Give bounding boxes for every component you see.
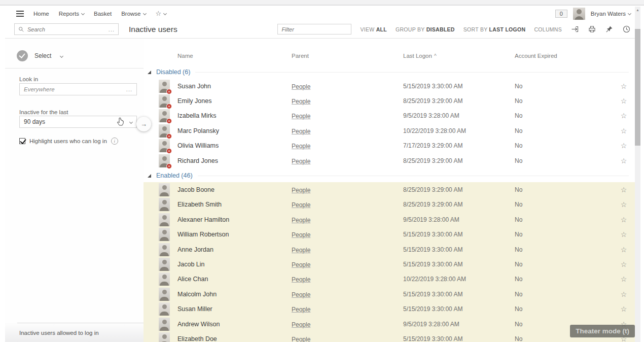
scrollbar-thumb[interactable] xyxy=(635,29,640,146)
favorite-star-icon[interactable]: ☆ xyxy=(619,157,629,165)
hamburger-menu-icon[interactable] xyxy=(16,11,24,12)
table-row[interactable]: Alice ChanPeople10/22/2019 3:28:00 AMNo☆ xyxy=(144,272,635,287)
table-row[interactable]: Anne JordanPeople5/15/2019 3:30:00 AMNo☆ xyxy=(144,242,635,257)
search-more-button[interactable]: ... xyxy=(109,26,115,32)
favorite-star-icon[interactable]: ☆ xyxy=(619,260,629,268)
table-row[interactable]: Malcolm JohnPeople5/15/2019 3:30:00 AMNo… xyxy=(144,287,635,301)
collapse-triangle-icon xyxy=(148,174,151,178)
table-row[interactable]: Alexaner HamiltonPeople9/5/2019 3:28:00 … xyxy=(144,212,635,227)
select-check-icon xyxy=(17,50,28,61)
parent-link[interactable]: People xyxy=(292,247,310,254)
table-row[interactable]: ×Izabella MirksPeople9/5/2019 3:28:00 AM… xyxy=(144,109,635,123)
favorite-star-icon[interactable]: ☆ xyxy=(619,230,629,238)
nav-item-basket[interactable]: Basket xyxy=(94,11,112,17)
export-icon[interactable] xyxy=(570,25,579,33)
highlight-users-label: Highlight users who can log in xyxy=(29,138,107,144)
table-row[interactable]: Elizabeth DoePeople5/15/2019 3:30:00 AMN… xyxy=(144,331,635,342)
favorite-star-icon[interactable]: ☆ xyxy=(619,275,629,283)
view-command[interactable]: VIEW ALL xyxy=(360,26,387,32)
favorite-star-icon[interactable]: ☆ xyxy=(619,186,629,194)
column-header-parent[interactable]: Parent xyxy=(292,53,403,59)
column-header-account-expired[interactable]: Account Expired xyxy=(515,53,611,59)
parent-link[interactable]: People xyxy=(292,231,310,238)
table-row[interactable]: Susan MillerPeople5/15/2019 3:30:00 AMNo… xyxy=(144,301,635,316)
favorite-star-icon[interactable]: ☆ xyxy=(619,200,629,209)
parent-link[interactable]: People xyxy=(292,98,310,105)
select-dropdown[interactable]: Select xyxy=(17,50,63,61)
parent-link[interactable]: People xyxy=(292,306,310,313)
scroll-up-arrow-icon[interactable]: ▲ xyxy=(635,8,640,12)
pin-icon[interactable] xyxy=(605,25,614,33)
basket-count-badge[interactable]: 0 xyxy=(555,10,567,18)
parent-link[interactable]: People xyxy=(292,261,310,268)
table-row[interactable]: ×Olivia WilliamsPeople7/17/2019 3:29:00 … xyxy=(144,139,635,153)
parent-link[interactable]: People xyxy=(292,158,310,165)
table-row[interactable]: Jacob BoonePeople8/25/2019 3:29:00 AMNo☆ xyxy=(144,182,635,197)
group-by-command[interactable]: GROUP BY DISABLED xyxy=(396,26,455,32)
table-row[interactable]: Jacob LinPeople5/15/2019 3:30:00 AMNo☆ xyxy=(144,257,635,271)
checkbox-checked-icon[interactable] xyxy=(19,138,25,144)
user-name: Marc Polansky xyxy=(177,127,292,134)
parent-link[interactable]: People xyxy=(292,291,310,298)
parent-link[interactable]: People xyxy=(292,143,310,150)
collapse-sidebar-button[interactable]: → xyxy=(136,117,151,131)
top-navigation-bar: Home Reports Basket Browse ☆ 0 Bryan Wat… xyxy=(5,7,635,20)
last-logon-value: 9/5/2019 3:28:00 AM xyxy=(403,321,515,328)
table-row[interactable]: Elizabeth SmithPeople8/25/2019 3:29:00 A… xyxy=(144,197,635,212)
parent-link[interactable]: People xyxy=(292,217,310,224)
print-icon[interactable] xyxy=(588,25,596,33)
favorite-star-icon[interactable]: ☆ xyxy=(619,127,629,135)
parent-link[interactable]: People xyxy=(292,336,310,342)
favorite-star-icon[interactable]: ☆ xyxy=(619,82,629,90)
favorite-star-icon[interactable]: ☆ xyxy=(619,97,629,105)
favorite-star-icon[interactable]: ☆ xyxy=(619,216,629,224)
column-header-name[interactable]: Name xyxy=(177,53,292,59)
nav-item-browse[interactable]: Browse xyxy=(121,11,146,17)
group-header-disabled[interactable]: Disabled (6) xyxy=(144,65,635,79)
column-header-last-logon[interactable]: Last Logon^ xyxy=(403,53,515,59)
parent-link[interactable]: People xyxy=(292,321,310,328)
filter-box[interactable] xyxy=(277,24,351,35)
table-row[interactable]: Andrew WilsonPeople9/5/2019 3:28:00 AMNo… xyxy=(144,317,635,331)
nav-item-home[interactable]: Home xyxy=(33,11,49,17)
look-in-field[interactable]: Everywhere ... xyxy=(19,83,137,95)
table-row[interactable]: William RobertsonPeople5/15/2019 3:30:00… xyxy=(144,227,635,242)
video-frame-strip xyxy=(0,0,644,6)
favorite-star-icon[interactable]: ☆ xyxy=(619,142,629,150)
search-input[interactable] xyxy=(27,26,105,32)
search-box[interactable]: ... xyxy=(14,23,119,35)
user-avatar[interactable] xyxy=(573,8,585,20)
table-row[interactable]: ×Marc PolanskyPeople10/22/2019 3:28:00 A… xyxy=(144,123,635,138)
parent-link[interactable]: People xyxy=(292,128,310,135)
parent-link[interactable]: People xyxy=(292,201,310,209)
favorite-star-icon[interactable]: ☆ xyxy=(619,290,629,298)
parent-link[interactable]: People xyxy=(292,83,310,90)
favorite-star-icon[interactable]: ☆ xyxy=(619,305,629,313)
nav-item-reports[interactable]: Reports xyxy=(59,11,84,17)
filter-input[interactable] xyxy=(281,26,347,32)
table-row[interactable]: ×Emily JonesPeople8/25/2019 3:29:00 AMNo… xyxy=(144,93,635,108)
last-logon-value: 9/5/2019 3:28:00 AM xyxy=(403,216,515,223)
user-menu[interactable]: Bryan Waters xyxy=(591,11,631,17)
parent-link[interactable]: People xyxy=(292,276,310,283)
group-header-enabled[interactable]: Enabled (46) xyxy=(144,169,635,182)
last-logon-value: 5/15/2019 3:30:00 AM xyxy=(403,261,515,268)
info-icon[interactable]: i xyxy=(111,138,118,145)
favorites-menu[interactable]: ☆ xyxy=(156,10,167,17)
sort-by-command[interactable]: SORT BY LAST LOGON xyxy=(463,26,526,32)
vertical-scrollbar[interactable]: ▲ xyxy=(635,7,640,342)
favorite-star-icon[interactable]: ☆ xyxy=(619,112,629,120)
history-icon[interactable] xyxy=(622,25,631,33)
inactive-period-value: 90 days xyxy=(24,118,127,125)
parent-link[interactable]: People xyxy=(292,187,310,194)
highlight-users-checkbox[interactable]: Highlight users who can log in i xyxy=(19,138,118,145)
inactive-period-select[interactable]: 90 days xyxy=(19,116,137,128)
look-in-browse-button[interactable]: ... xyxy=(126,86,132,92)
favorite-star-icon[interactable]: ☆ xyxy=(619,246,629,254)
parent-link[interactable]: People xyxy=(292,113,310,120)
table-row[interactable]: ×Susan JohnPeople5/15/2019 3:30:00 AMNo☆ xyxy=(144,79,635,93)
user-name: Alexaner Hamilton xyxy=(177,216,292,223)
table-row[interactable]: ×Richard JonesPeople8/25/2019 3:29:00 AM… xyxy=(144,153,635,168)
columns-command[interactable]: COLUMNS xyxy=(534,26,562,32)
user-name: Jacob Boone xyxy=(177,186,292,193)
